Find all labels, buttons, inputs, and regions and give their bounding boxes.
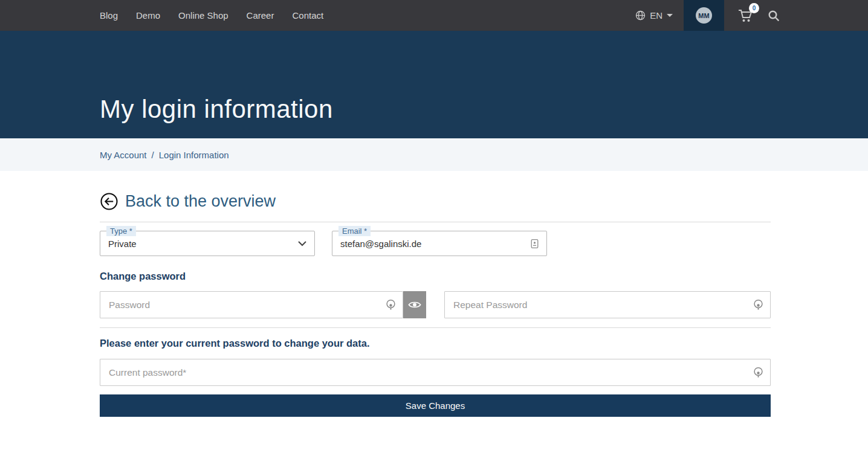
password-hint-icon [753,299,763,311]
cart-badge: 0 [749,3,759,13]
nav-item-career[interactable]: Career [247,10,274,21]
top-navigation-bar: Blog Demo Online Shop Career Contact EN … [0,0,868,31]
main-content: Back to the overview Type * Private Emai… [0,171,771,417]
divider [100,327,771,328]
page-header-banner: My login information [0,31,868,138]
password-hint-icon [386,299,396,311]
breadcrumb-separator: / [152,150,154,160]
show-password-button[interactable] [403,291,426,318]
id-badge-icon [531,239,539,249]
chevron-down-icon [667,14,673,17]
type-label: Type * [106,226,136,236]
account-menu-button[interactable]: MM [684,0,724,31]
nav-item-demo[interactable]: Demo [136,10,160,21]
current-password-input[interactable] [100,359,771,386]
nav-item-contact[interactable]: Contact [292,10,323,21]
arrow-left-circle-icon [100,192,118,211]
avatar: MM [696,7,712,24]
nav-menu: Blog Demo Online Shop Career Contact [100,0,323,31]
language-selector[interactable]: EN [635,10,673,21]
breadcrumb-login-information: Login Information [159,150,229,160]
search-icon [768,10,780,22]
repeat-password-input[interactable] [444,291,771,318]
breadcrumb-my-account[interactable]: My Account [100,150,147,160]
page-title: My login information [100,95,333,124]
nav-item-blog[interactable]: Blog [100,10,118,21]
breadcrumb: My Account / Login Information [0,138,868,171]
change-password-heading: Change password [100,271,771,282]
divider [100,222,771,222]
email-label: Email * [338,226,371,236]
language-code: EN [650,10,662,21]
save-changes-button[interactable]: Save Changes [100,394,771,417]
type-selected-value: Private [108,239,137,249]
password-hint-icon [753,367,763,379]
email-value: stefan@sgalinski.de [340,239,421,249]
current-password-heading: Please enter your current password to ch… [100,338,771,349]
globe-icon [635,10,646,21]
back-to-overview-link[interactable]: Back to the overview [100,192,771,211]
email-field[interactable]: Email * stefan@sgalinski.de [332,231,547,256]
search-button[interactable] [768,10,780,22]
chevron-down-icon [298,241,306,246]
back-link-label: Back to the overview [125,192,276,211]
password-input[interactable] [100,291,403,318]
eye-icon [408,300,421,309]
nav-item-online-shop[interactable]: Online Shop [178,10,228,21]
type-select[interactable]: Type * Private [100,231,315,256]
cart-button[interactable]: 0 [737,8,753,23]
